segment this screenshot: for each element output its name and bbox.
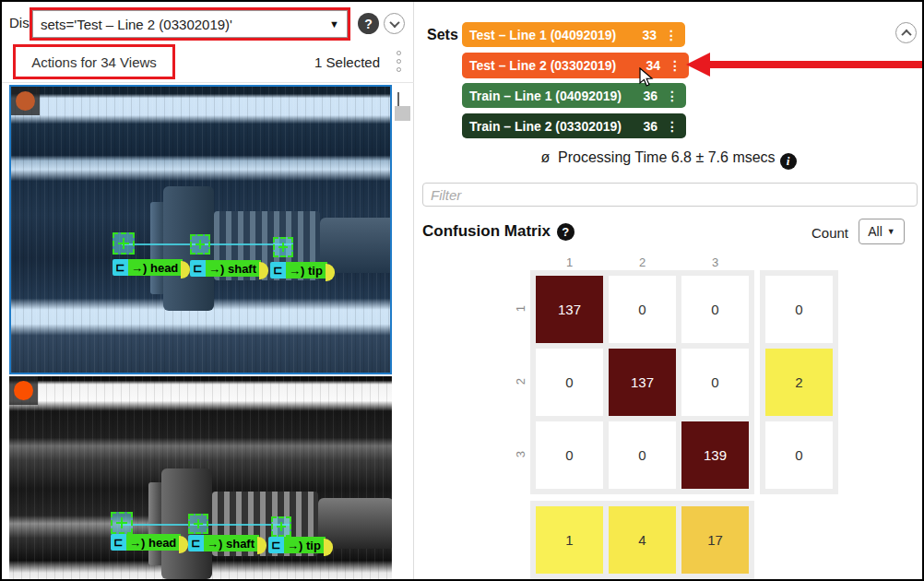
matrix-cell[interactable]: 137: [609, 349, 676, 416]
annotation-label-tip[interactable]: ⊏ →) tip: [268, 537, 333, 554]
set-count: 36: [630, 119, 657, 134]
set-button-test-line-1[interactable]: Test – Line 1 (04092019) 33 ⋮: [462, 22, 685, 47]
diameter-symbol: ø: [540, 149, 550, 165]
dropdown-caret-icon: ▼: [329, 18, 339, 30]
filter-input[interactable]: [422, 183, 918, 207]
scrollbar-thumb[interactable]: [395, 106, 410, 121]
arrow-icon: →): [207, 537, 222, 551]
matrix-cell[interactable]: 0: [536, 421, 603, 489]
keypoint-marker-tip[interactable]: [273, 237, 293, 257]
status-badge: [9, 376, 38, 405]
matrix-row-header: 1: [514, 300, 527, 318]
annotation-label-shaft[interactable]: ⊏ →) shaft: [190, 260, 268, 278]
matrix-row-header: 3: [514, 445, 527, 464]
matrix-cell[interactable]: 139: [681, 421, 749, 489]
mouse-cursor-icon: [639, 67, 655, 88]
count-label: Count: [811, 225, 848, 241]
arrow-icon: →): [131, 261, 147, 275]
kebab-menu-icon[interactable]: ⋮: [669, 58, 681, 73]
arrow-icon: →): [208, 262, 224, 276]
set-button-test-line-2[interactable]: Test – Line 2 (03302019) 34 ⋮: [462, 53, 689, 78]
toolbar-divider: [2, 82, 414, 83]
matrix-extra-column: 0 2 0: [760, 270, 838, 494]
kebab-menu-icon[interactable]: [397, 51, 401, 72]
viewer-panel: Display sets='Test – Line 2 (03302019)' …: [2, 2, 414, 579]
set-button-train-line-2[interactable]: Train – Line 2 (03302019) 36 ⋮: [462, 113, 686, 138]
sets-panel: Sets Test – Line 1 (04092019) 33 ⋮ Test …: [415, 2, 922, 579]
help-icon[interactable]: ?: [557, 223, 575, 241]
matrix-cell[interactable]: 137: [536, 276, 603, 343]
display-dropdown[interactable]: sets='Test – Line 2 (03302019)' ▼: [32, 10, 348, 38]
keypoint-marker-head[interactable]: [111, 512, 133, 534]
app-window: Display sets='Test – Line 2 (03302019)' …: [0, 0, 924, 581]
keypoint-marker-shaft[interactable]: [188, 514, 208, 534]
match-icon: ⊏: [268, 537, 284, 553]
matrix-row-header: 2: [514, 373, 527, 391]
arrow-icon: →): [129, 536, 145, 550]
display-dropdown-value: sets='Test – Line 2 (03302019)': [41, 17, 232, 32]
matrix-cell[interactable]: 0: [765, 421, 833, 489]
match-icon: ⊏: [113, 259, 128, 276]
kebab-menu-icon[interactable]: ⋮: [666, 89, 679, 103]
matrix-cell[interactable]: 17: [681, 506, 749, 574]
dropdown-caret-icon: ▼: [887, 227, 895, 236]
annotation-label-head[interactable]: ⊏ →) head: [111, 534, 188, 551]
annotation-label-tip[interactable]: ⊏ →) tip: [270, 262, 335, 279]
count-dropdown[interactable]: All ▼: [859, 219, 905, 244]
callout-arrow-head: [686, 53, 710, 77]
keypoint-marker-head[interactable]: [113, 232, 135, 255]
arrow-icon: →): [287, 539, 302, 552]
matrix-extra-row: 1 4 17: [530, 501, 754, 581]
status-badge: [11, 87, 40, 115]
matrix-cell[interactable]: 0: [765, 276, 833, 343]
matrix-cell[interactable]: 0: [681, 276, 749, 343]
annotation-label-head[interactable]: ⊏ →) head: [113, 259, 190, 277]
processing-time-text: Processing Time 6.8 ± 7.6 msecs: [558, 149, 776, 165]
chevron-down-icon[interactable]: [384, 13, 405, 34]
view-thumbnail-1[interactable]: ⊏ →) head ⊏ →) shaft ⊏ →) tip: [9, 85, 392, 374]
info-icon[interactable]: i: [780, 153, 797, 170]
display-dropdown-highlight: sets='Test – Line 2 (03302019)' ▼: [30, 7, 350, 41]
actions-button[interactable]: Actions for 34 Views: [13, 44, 175, 79]
arrow-icon: →): [289, 264, 304, 278]
confusion-matrix-grid: 137 0 0 0 137 0 0 0 139: [530, 270, 754, 494]
collapse-panel-icon[interactable]: [895, 22, 917, 43]
set-count: 36: [630, 89, 657, 103]
matrix-cell[interactable]: 1: [536, 506, 603, 574]
kebab-menu-icon[interactable]: ⋮: [666, 119, 679, 134]
matrix-cell[interactable]: 0: [609, 276, 676, 343]
matrix-cell[interactable]: 4: [609, 506, 676, 574]
match-icon: ⊏: [190, 260, 206, 277]
keypoint-marker-tip[interactable]: [271, 516, 291, 537]
matrix-cell[interactable]: 0: [536, 349, 603, 416]
view-thumbnail-2[interactable]: ⊏ →) head ⊏ →) shaft ⊏ →) tip: [9, 376, 392, 581]
confusion-matrix-title: Confusion Matrix ?: [422, 222, 575, 241]
matrix-cell[interactable]: 0: [681, 349, 749, 416]
selected-count-label: 1 Selected: [269, 54, 380, 70]
keypoint-marker-shaft[interactable]: [190, 234, 210, 255]
callout-arrow: [708, 61, 922, 68]
status-dot-icon: [14, 381, 33, 400]
help-icon[interactable]: ?: [358, 13, 379, 34]
set-count: 33: [629, 28, 657, 42]
matrix-cell[interactable]: 0: [609, 421, 676, 489]
match-icon: ⊏: [270, 262, 286, 279]
annotation-label-shaft[interactable]: ⊏ →) shaft: [188, 535, 267, 552]
matrix-column-headers: 1 2 3: [536, 255, 749, 269]
status-dot-icon: [16, 91, 35, 111]
sets-title: Sets: [427, 27, 458, 43]
match-icon: ⊏: [111, 534, 126, 551]
processing-time-row: ø Processing Time 6.8 ± 7.6 msecsi: [415, 149, 922, 170]
matrix-cell[interactable]: 2: [765, 349, 833, 416]
kebab-menu-icon[interactable]: ⋮: [665, 28, 678, 42]
actions-button-label: Actions for 34 Views: [31, 54, 157, 70]
match-icon: ⊏: [188, 535, 204, 551]
